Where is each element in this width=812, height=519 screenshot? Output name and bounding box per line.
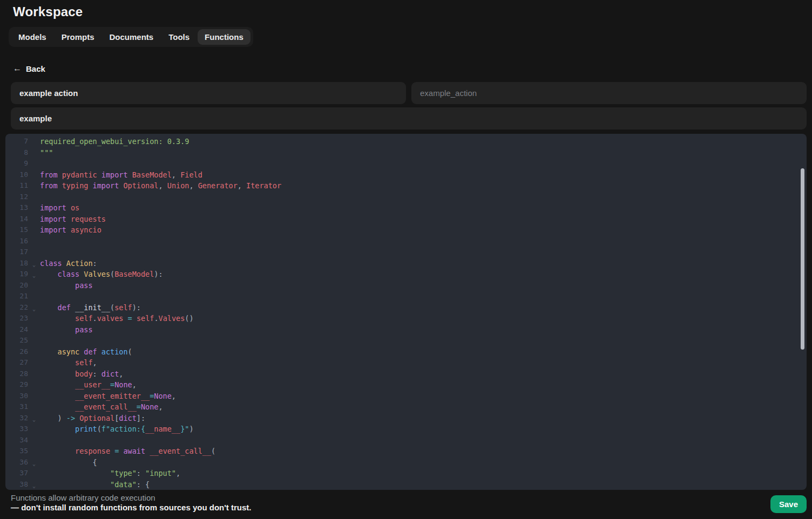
code-token <box>40 480 110 489</box>
fold-spacer <box>28 315 40 326</box>
code-line[interactable]: 29 __user__=None, <box>5 379 807 391</box>
code-text: import asyncio <box>40 224 102 236</box>
editor-scrollbar-thumb[interactable] <box>801 168 804 350</box>
code-line[interactable]: 20 pass <box>5 280 807 291</box>
code-token: Optional <box>119 181 158 190</box>
warning-text: Functions allow arbitrary code execution… <box>11 493 251 513</box>
code-token: None <box>114 380 132 389</box>
code-token <box>110 447 114 455</box>
code-token: : { <box>137 480 150 489</box>
warning-line1: Functions allow arbitrary code execution <box>11 493 251 503</box>
code-text: pass <box>40 280 93 291</box>
code-line[interactable]: 30 __event_emitter__=None, <box>5 391 807 402</box>
code-line[interactable]: 28 body: dict, <box>5 368 807 380</box>
function-name-input[interactable] <box>11 82 406 104</box>
code-token: __user__ <box>75 380 110 389</box>
tab-tools[interactable]: Tools <box>161 29 197 45</box>
code-token: , <box>158 181 163 190</box>
code-line[interactable]: 38⌄ "data": { <box>5 479 807 490</box>
line-number: 36 <box>12 457 28 468</box>
back-button[interactable]: ← Back <box>13 64 45 73</box>
code-line[interactable]: 7required_open_webui_version: 0.3.9 <box>5 136 807 147</box>
code-token <box>40 380 75 389</box>
code-text: __event_call__=None, <box>40 401 163 413</box>
line-number: 24 <box>12 324 28 336</box>
fold-spacer <box>28 370 40 381</box>
code-text: __event_emitter__=None, <box>40 391 176 402</box>
code-line[interactable]: 23 self.valves = self.Valves() <box>5 313 807 324</box>
code-line[interactable]: 18⌄class Action: <box>5 258 807 269</box>
code-line[interactable]: 24 pass <box>5 324 807 336</box>
fold-spacer <box>28 447 40 459</box>
fold-chevron-icon[interactable]: ⌄ <box>28 270 40 282</box>
fold-chevron-icon[interactable]: ⌄ <box>28 304 40 315</box>
code-line[interactable]: 21 <box>5 291 807 302</box>
line-number: 30 <box>12 391 28 402</box>
tab-models[interactable]: Models <box>11 29 53 45</box>
fold-chevron-icon[interactable]: ⌄ <box>28 481 40 490</box>
code-line[interactable]: 25 <box>5 335 807 346</box>
code-line[interactable]: 36⌄ { <box>5 457 807 468</box>
line-number: 32 <box>12 413 28 424</box>
code-token <box>132 314 137 323</box>
code-line[interactable]: 9 <box>5 158 807 169</box>
code-token: Optional <box>75 414 114 422</box>
code-line[interactable]: 16 <box>5 236 807 247</box>
code-line[interactable]: 34 <box>5 435 807 446</box>
code-line[interactable]: 14import requests <box>5 214 807 225</box>
code-line[interactable]: 17 <box>5 247 807 258</box>
fold-spacer <box>28 392 40 404</box>
fold-chevron-icon[interactable]: ⌄ <box>28 459 40 470</box>
line-number: 8 <box>12 147 28 159</box>
fold-chevron-icon[interactable]: ⌄ <box>28 414 40 426</box>
code-token: __event_call__ <box>75 402 137 411</box>
save-button[interactable]: Save <box>770 495 807 513</box>
line-number: 38 <box>12 479 28 490</box>
code-token: class <box>40 259 62 268</box>
code-line[interactable]: 8""" <box>5 147 807 159</box>
code-token: : <box>137 469 145 477</box>
code-line[interactable]: 13import os <box>5 202 807 214</box>
code-text: from typing import Optional, Union, Gene… <box>40 180 281 192</box>
line-number: 23 <box>12 313 28 324</box>
tab-documents[interactable]: Documents <box>103 29 161 45</box>
line-number: 26 <box>12 346 28 358</box>
code-line[interactable]: 12 <box>5 192 807 203</box>
code-token: Field <box>176 170 202 179</box>
code-line[interactable]: 27 self, <box>5 357 807 368</box>
function-description-input[interactable] <box>11 107 807 129</box>
fold-spacer <box>28 248 40 260</box>
code-line[interactable]: 19⌄ class Valves(BaseModel): <box>5 269 807 280</box>
code-line[interactable]: 32⌄ ) -> Optional[dict]: <box>5 413 807 424</box>
code-token: "type" <box>110 469 137 477</box>
code-token: . <box>154 314 158 323</box>
code-line[interactable]: 26 async def action( <box>5 346 807 358</box>
code-text: body: dict, <box>40 368 123 380</box>
code-token: = <box>110 380 114 389</box>
code-line[interactable]: 31 __event_call__=None, <box>5 401 807 413</box>
workspace-tabs: ModelsPromptsDocumentsToolsFunctions <box>9 27 253 47</box>
code-line[interactable]: 10from pydantic import BaseModel, Field <box>5 169 807 181</box>
fold-spacer <box>28 337 40 348</box>
function-id-input[interactable] <box>411 82 807 104</box>
code-token: required_open_webui_version: 0.3.9 <box>40 137 189 146</box>
code-line[interactable]: 22⌄ def __init__(self): <box>5 302 807 313</box>
tab-prompts[interactable]: Prompts <box>55 29 102 45</box>
code-token: """ <box>40 148 53 157</box>
fold-chevron-icon[interactable]: ⌄ <box>28 260 40 271</box>
code-editor[interactable]: 7required_open_webui_version: 0.3.98"""9… <box>5 134 807 490</box>
code-token: Iterator <box>242 181 281 190</box>
code-line[interactable]: 33 print(f"action:{__name__}") <box>5 424 807 435</box>
code-token: Valves <box>79 270 110 278</box>
code-line[interactable]: 11from typing import Optional, Union, Ge… <box>5 180 807 192</box>
fold-spacer <box>28 403 40 414</box>
code-line[interactable]: 37 "type": "input", <box>5 468 807 479</box>
code-token: valves <box>97 314 124 323</box>
code-text: pass <box>40 324 93 336</box>
back-label: Back <box>26 64 45 73</box>
code-line[interactable]: 15import asyncio <box>5 224 807 236</box>
code-token: , <box>132 380 137 389</box>
tab-functions[interactable]: Functions <box>198 29 251 45</box>
fold-spacer <box>28 171 40 182</box>
code-line[interactable]: 35 response = await __event_call__( <box>5 446 807 457</box>
